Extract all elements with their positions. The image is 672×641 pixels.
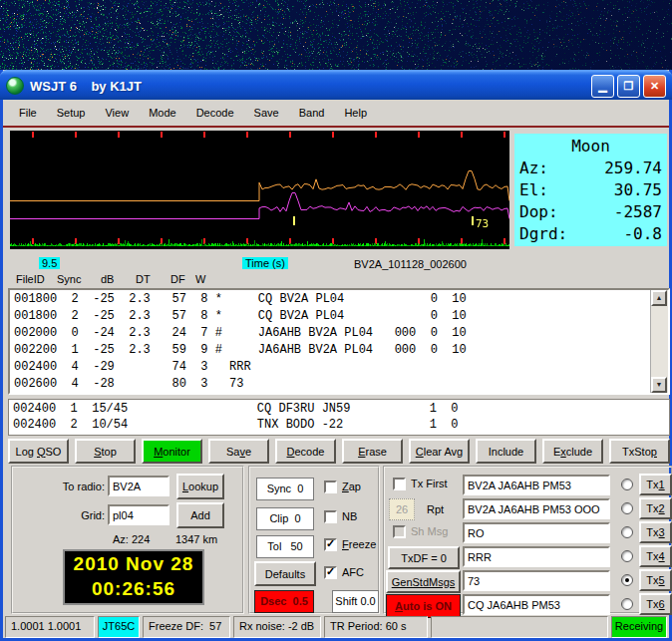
tx-first-label: Tx First	[411, 478, 448, 489]
zap-label: Zap	[342, 481, 361, 492]
tx-radio-2[interactable]	[621, 502, 633, 514]
tx-message-1[interactable]	[463, 475, 610, 495]
status-freq: 1.0001 1.0001	[5, 616, 95, 638]
clear-avg-button[interactable]: Clear Avg	[409, 439, 470, 464]
tx-radio-5[interactable]	[621, 574, 633, 586]
menu-save[interactable]: Save	[244, 104, 289, 122]
scrollbar[interactable]: ▲ ▼	[650, 290, 668, 393]
lookup-button[interactable]: Lookup	[176, 474, 224, 499]
date-value: 2010 Nov 28	[65, 551, 202, 576]
maximize-icon: ❐	[624, 80, 634, 93]
monitor-button[interactable]: Monitor	[142, 439, 202, 464]
maximize-button[interactable]: ❐	[617, 75, 640, 98]
clip-control[interactable]: Clip 0	[256, 507, 314, 530]
tol-control[interactable]: Tol 50	[256, 535, 314, 558]
decoded-text-area[interactable]: 001800 2 -25 2.3 57 8 * CQ BV2A PL04 0 1…	[8, 288, 670, 395]
status-rx-noise: Rx noise: -2 dB	[233, 616, 321, 638]
tx-message-3[interactable]	[463, 522, 610, 543]
gen-std-msgs-button[interactable]: GenStdMsgs	[386, 570, 461, 593]
zap-checkbox-box[interactable]	[324, 481, 337, 493]
tx-message-5[interactable]	[463, 570, 610, 591]
nb-checkbox[interactable]: NB	[324, 510, 357, 523]
wav-file-name: BV2A_101128_002600	[354, 258, 467, 270]
tx4-button[interactable]: Tx4	[639, 545, 672, 567]
tx2-button[interactable]: Tx2	[639, 497, 672, 519]
save-button[interactable]: Save	[208, 439, 269, 464]
nb-checkbox-box[interactable]	[324, 510, 337, 523]
include-button[interactable]: Include	[476, 439, 536, 464]
dsec-control[interactable]: Dsec 0.5	[254, 590, 314, 613]
menu-bar: File Setup View Mode Decode Save Band He…	[3, 102, 669, 124]
shift-control[interactable]: Shift 0.0	[332, 590, 379, 613]
rpt-value-box[interactable]: 26	[389, 498, 415, 520]
tx1-button[interactable]: Tx1	[639, 474, 672, 495]
clock-display: 2010 Nov 28 00:26:56	[63, 549, 204, 605]
add-button[interactable]: Add	[176, 502, 224, 528]
time-value: 00:26:56	[65, 576, 202, 601]
rpt-label: Rpt	[427, 503, 444, 515]
station-group: To radio: Lookup Grid: Add Az: 224 1347 …	[11, 466, 244, 614]
grid-label: Grid:	[43, 509, 105, 521]
scroll-up-button[interactable]: ▲	[651, 290, 667, 306]
freq-axis-label: 9.5	[39, 257, 60, 269]
afc-checkbox[interactable]: AFC	[324, 566, 364, 579]
scroll-up-icon: ▲	[656, 294, 663, 301]
tx-message-6[interactable]	[463, 594, 610, 615]
log-qso-button[interactable]: Log QSO	[8, 439, 69, 464]
menu-mode[interactable]: Mode	[139, 104, 186, 122]
moon-title: Moon	[519, 136, 662, 158]
sh-msg-checkbox[interactable]: Sh Msg	[393, 525, 448, 538]
tx-radio-3[interactable]	[621, 526, 633, 538]
scroll-down-button[interactable]: ▼	[651, 377, 667, 393]
afc-checkbox-box[interactable]	[324, 566, 337, 579]
freeze-checkbox[interactable]: Freeze	[324, 538, 376, 551]
sh-msg-checkbox-box[interactable]	[393, 525, 406, 538]
params-group: Sync 0 Clip 0 Tol 50 Defaults Dsec 0.5 S…	[248, 466, 380, 614]
moon-el-value: 30.75	[614, 179, 662, 201]
screen: { "titlebar": { "title": "WSJT 6 by K1JT…	[0, 0, 672, 641]
tx-radio-4[interactable]	[621, 550, 633, 562]
moon-dgrd-value: -0.8	[623, 223, 662, 245]
tx6-button[interactable]: Tx6	[639, 593, 672, 615]
minimize-button[interactable]: ▁	[591, 75, 614, 98]
erase-button[interactable]: Erase	[342, 439, 403, 464]
tx5-button[interactable]: Tx5	[639, 569, 672, 591]
txdf-button[interactable]: TxDF = 0	[388, 546, 460, 569]
menu-view[interactable]: View	[95, 104, 139, 122]
average-text-area[interactable]: 002400 1 15/45 CQ DF3RU JN59 1 0 002400 …	[8, 399, 670, 436]
freeze-label: Freeze	[342, 538, 376, 550]
moon-dgrd-label: Dgrd:	[519, 223, 567, 245]
tx-message-4[interactable]	[463, 546, 610, 567]
freeze-checkbox-box[interactable]	[324, 538, 337, 551]
tx-radio-1[interactable]	[621, 479, 633, 490]
stop-button[interactable]: Stop	[75, 439, 136, 464]
defaults-button[interactable]: Defaults	[254, 561, 316, 586]
distance-value: 1347 km	[175, 533, 217, 545]
menu-setup[interactable]: Setup	[47, 104, 96, 122]
waterfall-display	[0, 0, 672, 70]
tx3-button[interactable]: Tx3	[639, 521, 672, 543]
menu-file[interactable]: File	[9, 104, 47, 122]
col-sync: Sync	[57, 273, 81, 285]
grid-input[interactable]	[108, 504, 169, 525]
scroll-down-icon: ▼	[656, 381, 663, 388]
txstop-button[interactable]: TxStop	[609, 439, 670, 464]
to-radio-label: To radio:	[43, 481, 105, 492]
title-bar[interactable]: WSJT 6 by K1JT ▁ ❐ ✕	[0, 70, 672, 100]
tx-message-2[interactable]	[463, 498, 610, 519]
tx-first-checkbox-box[interactable]	[393, 478, 406, 490]
to-radio-input[interactable]	[108, 476, 169, 496]
window-title: WSJT 6 by K1JT	[30, 79, 142, 94]
exclude-button[interactable]: Exclude	[542, 439, 603, 464]
menu-decode[interactable]: Decode	[186, 104, 244, 122]
tx-first-checkbox[interactable]: Tx First	[393, 478, 448, 490]
tx-radio-6[interactable]	[621, 598, 633, 610]
tx-group: Tx First 26 Rpt Sh Msg TxDF = 0 GenStdMs…	[383, 466, 672, 614]
close-button[interactable]: ✕	[643, 75, 666, 98]
zap-checkbox[interactable]: Zap	[324, 481, 361, 493]
menu-band[interactable]: Band	[289, 104, 335, 122]
decode-button[interactable]: Decode	[275, 439, 336, 464]
sync-control[interactable]: Sync 0	[256, 478, 314, 500]
menu-help[interactable]: Help	[334, 104, 377, 122]
auto-button[interactable]: Auto is ON	[386, 594, 461, 618]
